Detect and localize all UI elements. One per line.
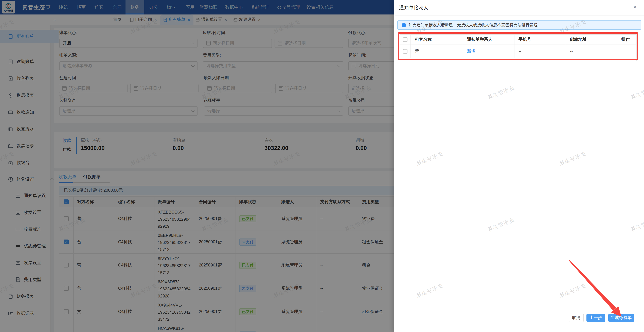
email-value: -- [566, 45, 618, 58]
app-root: 兴华瑞通 资管生态 首页 建筑 招商 租客 合同 财务 办公 物业 应用 智慧物… [0, 0, 644, 332]
phone-value: -- [514, 45, 566, 58]
close-icon[interactable]: × [633, 4, 636, 11]
drawer-footer: 取消 上一步 生成缴费单 [394, 310, 644, 332]
action-cell [618, 45, 636, 58]
col-tenant-name: 租客名称 [411, 35, 463, 44]
add-contact-link[interactable]: 新增 [467, 48, 476, 54]
col-email: 邮箱地址 [566, 35, 618, 44]
info-icon: i [402, 23, 406, 27]
receiver-table: 租客名称 通知单联系人 手机号 邮箱地址 操作 蕾 新增 -- -- [400, 34, 636, 61]
drawer-title: 通知单接收人 [399, 5, 428, 11]
receiver-row: 蕾 新增 -- -- [400, 45, 636, 58]
tenant-name: 蕾 [411, 45, 463, 58]
generate-payment-bill-button[interactable]: 生成缴费单 [608, 314, 634, 322]
col-action: 操作 [618, 35, 636, 44]
row-checkbox[interactable] [403, 49, 408, 53]
cancel-button[interactable]: 取消 [569, 314, 584, 322]
receiver-table-header: 租客名称 通知单联系人 手机号 邮箱地址 操作 [400, 35, 636, 45]
table-footer-spacer [400, 58, 636, 61]
drawer-header: 通知单接收人 × [394, 0, 644, 16]
drawer-info-alert: i 如无通知单接收人请新建，无接收人或接收人信息不完善将无法进行发送。 [397, 20, 641, 30]
notice-receiver-drawer: 通知单接收人 × i 如无通知单接收人请新建，无接收人或接收人信息不完善将无法进… [394, 0, 644, 332]
col-notice-contact: 通知单联系人 [463, 35, 514, 44]
previous-step-button[interactable]: 上一步 [586, 314, 605, 322]
select-all-checkbox[interactable] [403, 37, 408, 42]
col-phone: 手机号 [514, 35, 566, 44]
